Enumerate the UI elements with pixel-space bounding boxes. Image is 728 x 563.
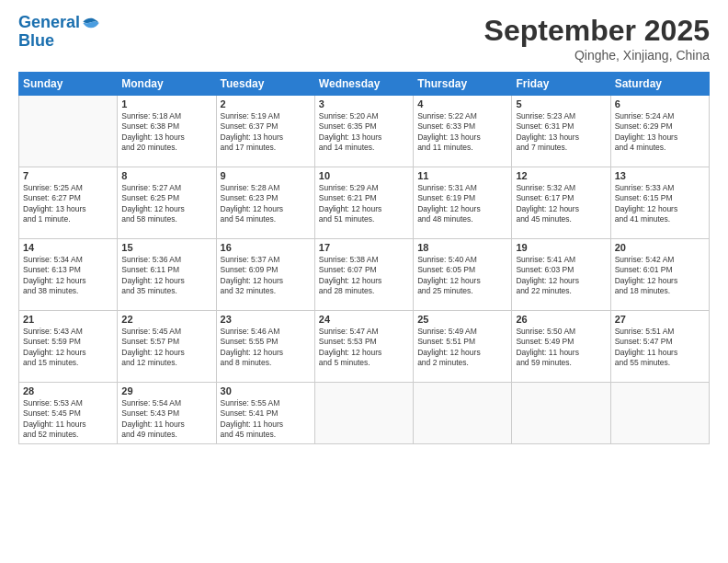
day-info: Sunrise: 5:53 AM Sunset: 5:45 PM Dayligh…	[23, 398, 113, 441]
table-row: 8Sunrise: 5:27 AM Sunset: 6:25 PM Daylig…	[118, 167, 216, 239]
calendar-header-row: Sunday Monday Tuesday Wednesday Thursday…	[19, 73, 710, 96]
day-info: Sunrise: 5:51 AM Sunset: 5:47 PM Dayligh…	[615, 327, 705, 369]
day-info: Sunrise: 5:22 AM Sunset: 6:33 PM Dayligh…	[417, 111, 507, 154]
day-info: Sunrise: 5:20 AM Sunset: 6:35 PM Dayligh…	[319, 111, 409, 154]
day-info: Sunrise: 5:49 AM Sunset: 5:51 PM Dayligh…	[417, 327, 507, 369]
day-number: 17	[319, 242, 409, 253]
day-info: Sunrise: 5:24 AM Sunset: 6:29 PM Dayligh…	[615, 111, 705, 154]
table-row: 3Sunrise: 5:20 AM Sunset: 6:35 PM Daylig…	[314, 96, 413, 167]
day-number: 9	[221, 170, 311, 181]
day-info: Sunrise: 5:19 AM Sunset: 6:37 PM Dayligh…	[221, 111, 311, 154]
day-number: 22	[121, 314, 211, 325]
col-saturday: Saturday	[610, 73, 709, 96]
table-row: 15Sunrise: 5:36 AM Sunset: 6:11 PM Dayli…	[118, 239, 216, 311]
table-row	[314, 383, 413, 444]
day-number: 15	[121, 242, 211, 253]
table-row: 13Sunrise: 5:33 AM Sunset: 6:15 PM Dayli…	[610, 167, 709, 239]
day-number: 27	[615, 314, 705, 325]
day-number: 7	[23, 170, 113, 181]
location: Qinghe, Xinjiang, China	[484, 48, 710, 63]
day-number: 4	[417, 98, 507, 109]
table-row: 11Sunrise: 5:31 AM Sunset: 6:19 PM Dayli…	[414, 167, 512, 239]
day-number: 16	[221, 242, 311, 253]
table-row: 25Sunrise: 5:49 AM Sunset: 5:51 PM Dayli…	[414, 311, 512, 383]
day-number: 12	[516, 170, 606, 181]
table-row	[19, 96, 118, 167]
table-row	[512, 383, 610, 444]
day-number: 29	[121, 385, 211, 396]
table-row: 16Sunrise: 5:37 AM Sunset: 6:09 PM Dayli…	[216, 239, 314, 311]
day-info: Sunrise: 5:25 AM Sunset: 6:27 PM Dayligh…	[23, 183, 113, 225]
table-row: 7Sunrise: 5:25 AM Sunset: 6:27 PM Daylig…	[19, 167, 118, 239]
table-row: 17Sunrise: 5:38 AM Sunset: 6:07 PM Dayli…	[314, 239, 413, 311]
table-row	[414, 383, 512, 444]
table-row	[610, 383, 709, 444]
table-row: 26Sunrise: 5:50 AM Sunset: 5:49 PM Dayli…	[512, 311, 610, 383]
table-row: 4Sunrise: 5:22 AM Sunset: 6:33 PM Daylig…	[414, 96, 512, 167]
table-row: 28Sunrise: 5:53 AM Sunset: 5:45 PM Dayli…	[19, 383, 118, 444]
day-number: 13	[615, 170, 705, 181]
table-row: 1Sunrise: 5:18 AM Sunset: 6:38 PM Daylig…	[118, 96, 216, 167]
day-info: Sunrise: 5:23 AM Sunset: 6:31 PM Dayligh…	[516, 111, 606, 154]
table-row: 21Sunrise: 5:43 AM Sunset: 5:59 PM Dayli…	[19, 311, 118, 383]
day-info: Sunrise: 5:55 AM Sunset: 5:41 PM Dayligh…	[221, 398, 311, 441]
day-info: Sunrise: 5:32 AM Sunset: 6:17 PM Dayligh…	[516, 183, 606, 225]
col-friday: Friday	[512, 73, 610, 96]
day-number: 23	[221, 314, 311, 325]
col-thursday: Thursday	[414, 73, 512, 96]
table-row: 2Sunrise: 5:19 AM Sunset: 6:37 PM Daylig…	[216, 96, 314, 167]
day-number: 3	[319, 98, 409, 109]
day-info: Sunrise: 5:40 AM Sunset: 6:05 PM Dayligh…	[417, 255, 507, 297]
day-number: 18	[417, 242, 507, 253]
day-number: 6	[615, 98, 705, 109]
day-info: Sunrise: 5:43 AM Sunset: 5:59 PM Dayligh…	[23, 327, 113, 369]
day-info: Sunrise: 5:36 AM Sunset: 6:11 PM Dayligh…	[121, 255, 211, 297]
table-row: 10Sunrise: 5:29 AM Sunset: 6:21 PM Dayli…	[314, 167, 413, 239]
day-info: Sunrise: 5:42 AM Sunset: 6:01 PM Dayligh…	[615, 255, 705, 297]
calendar: Sunday Monday Tuesday Wednesday Thursday…	[18, 72, 710, 444]
day-number: 8	[121, 170, 211, 181]
col-sunday: Sunday	[19, 73, 118, 96]
table-row: 30Sunrise: 5:55 AM Sunset: 5:41 PM Dayli…	[216, 383, 314, 444]
table-row: 23Sunrise: 5:46 AM Sunset: 5:55 PM Dayli…	[216, 311, 314, 383]
day-info: Sunrise: 5:41 AM Sunset: 6:03 PM Dayligh…	[516, 255, 606, 297]
day-info: Sunrise: 5:28 AM Sunset: 6:23 PM Dayligh…	[221, 183, 311, 225]
table-row: 5Sunrise: 5:23 AM Sunset: 6:31 PM Daylig…	[512, 96, 610, 167]
day-info: Sunrise: 5:34 AM Sunset: 6:13 PM Dayligh…	[23, 255, 113, 297]
title-block: September 2025 Qinghe, Xinjiang, China	[484, 14, 710, 63]
table-row: 20Sunrise: 5:42 AM Sunset: 6:01 PM Dayli…	[610, 239, 709, 311]
day-number: 19	[516, 242, 606, 253]
day-info: Sunrise: 5:33 AM Sunset: 6:15 PM Dayligh…	[615, 183, 705, 225]
month-title: September 2025	[484, 14, 710, 48]
day-info: Sunrise: 5:45 AM Sunset: 5:57 PM Dayligh…	[121, 327, 211, 369]
day-number: 28	[23, 385, 113, 396]
day-info: Sunrise: 5:31 AM Sunset: 6:19 PM Dayligh…	[417, 183, 507, 225]
day-number: 2	[221, 98, 311, 109]
table-row: 6Sunrise: 5:24 AM Sunset: 6:29 PM Daylig…	[610, 96, 709, 167]
day-info: Sunrise: 5:27 AM Sunset: 6:25 PM Dayligh…	[121, 183, 211, 225]
day-number: 1	[121, 98, 211, 109]
day-number: 20	[615, 242, 705, 253]
table-row: 29Sunrise: 5:54 AM Sunset: 5:43 PM Dayli…	[118, 383, 216, 444]
day-number: 30	[221, 385, 311, 396]
day-number: 5	[516, 98, 606, 109]
day-number: 21	[23, 314, 113, 325]
col-monday: Monday	[118, 73, 216, 96]
day-number: 26	[516, 314, 606, 325]
col-tuesday: Tuesday	[216, 73, 314, 96]
day-number: 10	[319, 170, 409, 181]
day-info: Sunrise: 5:50 AM Sunset: 5:49 PM Dayligh…	[516, 327, 606, 369]
day-info: Sunrise: 5:54 AM Sunset: 5:43 PM Dayligh…	[121, 398, 211, 441]
page-header: General Blue September 2025 Qinghe, Xinj…	[18, 14, 710, 63]
logo: General Blue	[18, 14, 100, 51]
day-info: Sunrise: 5:47 AM Sunset: 5:53 PM Dayligh…	[319, 327, 409, 369]
table-row: 12Sunrise: 5:32 AM Sunset: 6:17 PM Dayli…	[512, 167, 610, 239]
day-number: 25	[417, 314, 507, 325]
table-row: 27Sunrise: 5:51 AM Sunset: 5:47 PM Dayli…	[610, 311, 709, 383]
day-info: Sunrise: 5:37 AM Sunset: 6:09 PM Dayligh…	[221, 255, 311, 297]
table-row: 22Sunrise: 5:45 AM Sunset: 5:57 PM Dayli…	[118, 311, 216, 383]
day-number: 24	[319, 314, 409, 325]
logo-icon	[82, 14, 100, 32]
col-wednesday: Wednesday	[314, 73, 413, 96]
table-row: 18Sunrise: 5:40 AM Sunset: 6:05 PM Dayli…	[414, 239, 512, 311]
